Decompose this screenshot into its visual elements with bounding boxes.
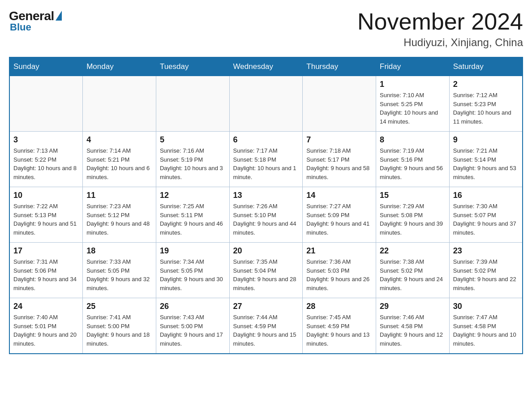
day-number: 2 — [453, 80, 519, 89]
calendar-cell: 16Sunrise: 7:30 AM Sunset: 5:07 PM Dayli… — [449, 187, 523, 243]
day-info: Sunrise: 7:19 AM Sunset: 5:16 PM Dayligh… — [380, 146, 446, 181]
day-number: 4 — [86, 135, 152, 145]
calendar-cell: 30Sunrise: 7:47 AM Sunset: 4:58 PM Dayli… — [449, 298, 523, 354]
day-number: 27 — [233, 302, 299, 311]
day-info: Sunrise: 7:17 AM Sunset: 5:18 PM Dayligh… — [233, 146, 299, 181]
day-info: Sunrise: 7:21 AM Sunset: 5:14 PM Dayligh… — [453, 146, 519, 181]
day-number: 11 — [86, 191, 152, 200]
day-info: Sunrise: 7:38 AM Sunset: 5:02 PM Dayligh… — [380, 257, 446, 292]
weekday-header-thursday: Thursday — [303, 57, 376, 76]
day-number: 19 — [160, 246, 226, 256]
calendar-cell: 9Sunrise: 7:21 AM Sunset: 5:14 PM Daylig… — [449, 132, 523, 187]
weekday-header-row: SundayMondayTuesdayWednesdayThursdayFrid… — [9, 57, 523, 76]
title-section: November 2024 Hudiyuzi, Xinjiang, China — [357, 9, 523, 49]
calendar-cell: 18Sunrise: 7:33 AM Sunset: 5:05 PM Dayli… — [83, 243, 156, 298]
logo-triangle-icon — [56, 11, 62, 21]
day-number: 17 — [13, 246, 79, 256]
day-number: 30 — [453, 302, 519, 311]
day-number: 9 — [453, 135, 519, 145]
calendar-cell: 24Sunrise: 7:40 AM Sunset: 5:01 PM Dayli… — [9, 298, 83, 354]
day-info: Sunrise: 7:22 AM Sunset: 5:13 PM Dayligh… — [13, 202, 79, 237]
day-info: Sunrise: 7:44 AM Sunset: 4:59 PM Dayligh… — [233, 313, 299, 348]
day-number: 6 — [233, 135, 299, 145]
week-row-4: 17Sunrise: 7:31 AM Sunset: 5:06 PM Dayli… — [9, 243, 523, 298]
calendar-cell: 12Sunrise: 7:25 AM Sunset: 5:11 PM Dayli… — [156, 187, 229, 243]
day-info: Sunrise: 7:45 AM Sunset: 4:59 PM Dayligh… — [306, 313, 372, 348]
calendar-cell — [156, 76, 229, 132]
page-header: General Blue November 2024 Hudiyuzi, Xin… — [9, 9, 523, 49]
day-info: Sunrise: 7:25 AM Sunset: 5:11 PM Dayligh… — [160, 202, 226, 237]
day-info: Sunrise: 7:40 AM Sunset: 5:01 PM Dayligh… — [13, 313, 79, 348]
day-number: 18 — [86, 246, 152, 256]
week-row-1: 1Sunrise: 7:10 AM Sunset: 5:25 PM Daylig… — [9, 76, 523, 132]
calendar-cell: 21Sunrise: 7:36 AM Sunset: 5:03 PM Dayli… — [303, 243, 376, 298]
weekday-header-wednesday: Wednesday — [229, 57, 303, 76]
day-number: 28 — [306, 302, 372, 311]
day-number: 25 — [86, 302, 152, 311]
day-info: Sunrise: 7:23 AM Sunset: 5:12 PM Dayligh… — [86, 202, 152, 237]
calendar-cell: 17Sunrise: 7:31 AM Sunset: 5:06 PM Dayli… — [9, 243, 83, 298]
day-info: Sunrise: 7:29 AM Sunset: 5:08 PM Dayligh… — [380, 202, 446, 237]
day-number: 5 — [160, 135, 226, 145]
day-number: 12 — [160, 191, 226, 200]
calendar-cell: 15Sunrise: 7:29 AM Sunset: 5:08 PM Dayli… — [376, 187, 450, 243]
calendar-cell: 11Sunrise: 7:23 AM Sunset: 5:12 PM Dayli… — [83, 187, 156, 243]
day-number: 24 — [13, 302, 79, 311]
weekday-header-monday: Monday — [83, 57, 156, 76]
week-row-3: 10Sunrise: 7:22 AM Sunset: 5:13 PM Dayli… — [9, 187, 523, 243]
calendar-cell: 7Sunrise: 7:18 AM Sunset: 5:17 PM Daylig… — [303, 132, 376, 187]
week-row-2: 3Sunrise: 7:13 AM Sunset: 5:22 PM Daylig… — [9, 132, 523, 187]
day-info: Sunrise: 7:31 AM Sunset: 5:06 PM Dayligh… — [13, 257, 79, 292]
day-info: Sunrise: 7:18 AM Sunset: 5:17 PM Dayligh… — [306, 146, 372, 181]
calendar-cell: 22Sunrise: 7:38 AM Sunset: 5:02 PM Dayli… — [376, 243, 450, 298]
calendar-cell: 1Sunrise: 7:10 AM Sunset: 5:25 PM Daylig… — [376, 76, 450, 132]
day-number: 26 — [160, 302, 226, 311]
calendar-cell: 6Sunrise: 7:17 AM Sunset: 5:18 PM Daylig… — [229, 132, 303, 187]
calendar-cell: 2Sunrise: 7:12 AM Sunset: 5:23 PM Daylig… — [449, 76, 523, 132]
calendar-cell: 20Sunrise: 7:35 AM Sunset: 5:04 PM Dayli… — [229, 243, 303, 298]
logo: General Blue — [9, 9, 62, 33]
calendar-cell: 4Sunrise: 7:14 AM Sunset: 5:21 PM Daylig… — [83, 132, 156, 187]
day-number: 3 — [13, 135, 79, 145]
day-info: Sunrise: 7:14 AM Sunset: 5:21 PM Dayligh… — [86, 146, 152, 181]
weekday-header-tuesday: Tuesday — [156, 57, 229, 76]
day-info: Sunrise: 7:27 AM Sunset: 5:09 PM Dayligh… — [306, 202, 372, 237]
day-number: 14 — [306, 191, 372, 200]
day-info: Sunrise: 7:39 AM Sunset: 5:02 PM Dayligh… — [453, 257, 519, 292]
calendar-cell: 13Sunrise: 7:26 AM Sunset: 5:10 PM Dayli… — [229, 187, 303, 243]
day-number: 16 — [453, 191, 519, 200]
day-info: Sunrise: 7:33 AM Sunset: 5:05 PM Dayligh… — [86, 257, 152, 292]
calendar-cell: 23Sunrise: 7:39 AM Sunset: 5:02 PM Dayli… — [449, 243, 523, 298]
day-info: Sunrise: 7:41 AM Sunset: 5:00 PM Dayligh… — [86, 313, 152, 348]
calendar-cell: 3Sunrise: 7:13 AM Sunset: 5:22 PM Daylig… — [9, 132, 83, 187]
day-info: Sunrise: 7:12 AM Sunset: 5:23 PM Dayligh… — [453, 91, 519, 126]
day-number: 29 — [380, 302, 446, 311]
day-info: Sunrise: 7:36 AM Sunset: 5:03 PM Dayligh… — [306, 257, 372, 292]
weekday-header-friday: Friday — [376, 57, 450, 76]
day-number: 1 — [380, 80, 446, 89]
day-info: Sunrise: 7:35 AM Sunset: 5:04 PM Dayligh… — [233, 257, 299, 292]
day-info: Sunrise: 7:16 AM Sunset: 5:19 PM Dayligh… — [160, 146, 226, 181]
calendar-cell: 28Sunrise: 7:45 AM Sunset: 4:59 PM Dayli… — [303, 298, 376, 354]
calendar-cell: 10Sunrise: 7:22 AM Sunset: 5:13 PM Dayli… — [9, 187, 83, 243]
logo-blue-text: Blue — [10, 21, 31, 33]
day-info: Sunrise: 7:47 AM Sunset: 4:58 PM Dayligh… — [453, 313, 519, 348]
day-info: Sunrise: 7:46 AM Sunset: 4:58 PM Dayligh… — [380, 313, 446, 348]
calendar-cell — [229, 76, 303, 132]
calendar-table: SundayMondayTuesdayWednesdayThursdayFrid… — [9, 57, 523, 354]
day-info: Sunrise: 7:34 AM Sunset: 5:05 PM Dayligh… — [160, 257, 226, 292]
day-number: 15 — [380, 191, 446, 200]
day-info: Sunrise: 7:30 AM Sunset: 5:07 PM Dayligh… — [453, 202, 519, 237]
calendar-cell: 26Sunrise: 7:43 AM Sunset: 5:00 PM Dayli… — [156, 298, 229, 354]
calendar-cell: 19Sunrise: 7:34 AM Sunset: 5:05 PM Dayli… — [156, 243, 229, 298]
calendar-cell: 29Sunrise: 7:46 AM Sunset: 4:58 PM Dayli… — [376, 298, 450, 354]
weekday-header-saturday: Saturday — [449, 57, 523, 76]
day-info: Sunrise: 7:26 AM Sunset: 5:10 PM Dayligh… — [233, 202, 299, 237]
day-number: 23 — [453, 246, 519, 256]
day-info: Sunrise: 7:43 AM Sunset: 5:00 PM Dayligh… — [160, 313, 226, 348]
week-row-5: 24Sunrise: 7:40 AM Sunset: 5:01 PM Dayli… — [9, 298, 523, 354]
day-number: 13 — [233, 191, 299, 200]
location-subtitle: Hudiyuzi, Xinjiang, China — [357, 36, 523, 49]
calendar-cell: 5Sunrise: 7:16 AM Sunset: 5:19 PM Daylig… — [156, 132, 229, 187]
day-number: 7 — [306, 135, 372, 145]
